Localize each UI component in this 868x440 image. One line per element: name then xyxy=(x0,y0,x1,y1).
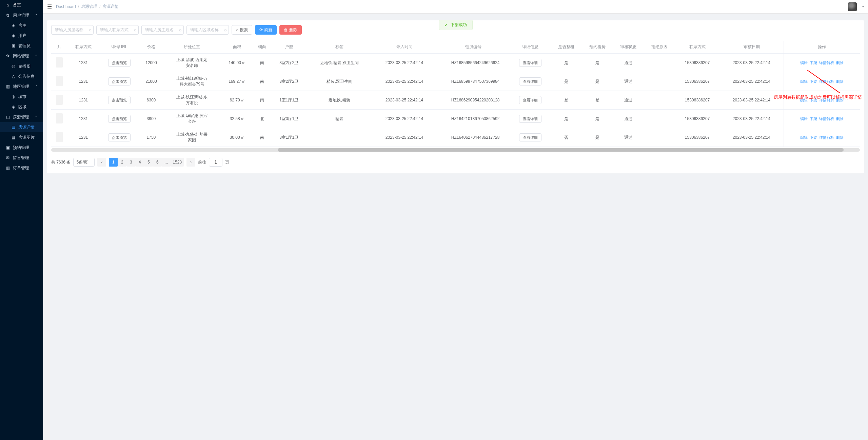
sidebar-subitem[interactable]: ▣管理员 xyxy=(0,41,43,51)
sidebar-subitem[interactable]: ◈区域 xyxy=(0,102,43,112)
table-scroll[interactable]: 片联系方式详情URL价格所处位置面积朝向户型标签录入时间链贝编号详细信息是否整租… xyxy=(51,41,860,152)
offshelf-link[interactable]: 下架 xyxy=(810,135,817,139)
table-cell: 否 xyxy=(551,128,582,147)
edit-link[interactable]: 编辑 xyxy=(800,98,808,102)
table-cell: 南 xyxy=(253,91,271,110)
preview-button[interactable]: 点击预览 xyxy=(108,59,131,67)
search-input-wrap: ⌕ xyxy=(186,25,229,35)
edit-link[interactable]: 编辑 xyxy=(800,117,808,121)
page-number-button[interactable]: ... xyxy=(162,158,171,167)
parse-link[interactable]: 详情解析 xyxy=(819,79,834,83)
table-cell: 3900 xyxy=(139,110,163,128)
card: ⌕ ⌕ ⌕ ⌕ ⌕搜索 ⟳刷新 🗑 xyxy=(47,20,864,173)
chevron-up-icon: ⌃ xyxy=(35,115,38,119)
page-number-button[interactable]: 2 xyxy=(118,158,126,167)
page-number-button[interactable]: 1528 xyxy=(171,158,184,167)
sidebar-item[interactable]: ▥订单管理 xyxy=(0,163,43,173)
detail-button[interactable]: 查看详细 xyxy=(519,115,541,123)
page-number-button[interactable]: 1 xyxy=(109,158,118,167)
sidebar-item[interactable]: ▥地区管理⌃ xyxy=(0,81,43,92)
sidebar-subitem[interactable]: △公告信息 xyxy=(0,71,43,81)
offshelf-link[interactable]: 下架 xyxy=(810,79,817,83)
menu-icon: ▦ xyxy=(11,135,16,140)
offshelf-link[interactable]: 下架 xyxy=(810,98,817,102)
table-cell: 3室2厅2卫 xyxy=(271,54,307,72)
goto-input[interactable] xyxy=(209,158,222,167)
detail-button[interactable]: 查看详细 xyxy=(519,133,541,141)
page-number-button[interactable]: 6 xyxy=(153,158,162,167)
delete-link[interactable]: 删除 xyxy=(836,61,844,65)
table-cell: 2023-03-25 22:42:14 xyxy=(372,54,436,72)
menu-label: 管理员 xyxy=(18,43,31,49)
sidebar-item[interactable]: ✿用户管理⌃ xyxy=(0,10,43,20)
offshelf-link[interactable]: 下架 xyxy=(810,117,817,121)
owner-input[interactable] xyxy=(141,25,184,35)
preview-button[interactable]: 点击预览 xyxy=(108,77,131,85)
menu-icon: ▥ xyxy=(5,166,10,170)
sidebar-subitem[interactable]: ◎轮播图 xyxy=(0,61,43,71)
house-name-input[interactable] xyxy=(51,25,94,35)
table-cell: 140.00㎡ xyxy=(221,54,253,72)
next-page-button[interactable]: › xyxy=(186,158,195,167)
table-cell: 是 xyxy=(582,72,613,91)
preview-button[interactable]: 点击预览 xyxy=(108,96,131,104)
refresh-button[interactable]: ⟳刷新 xyxy=(255,25,277,35)
offshelf-link[interactable]: 下架 xyxy=(810,61,817,65)
avatar[interactable] xyxy=(848,2,857,11)
preview-button[interactable]: 点击预览 xyxy=(108,115,131,123)
breadcrumb-item[interactable]: 房源管理 xyxy=(81,4,97,9)
page-number-button[interactable]: 4 xyxy=(135,158,144,167)
chevron-down-icon[interactable]: ▾ xyxy=(862,5,864,8)
contact-input[interactable] xyxy=(96,25,139,35)
table-cell: 2023-03-25 22:42:14 xyxy=(372,110,436,128)
edit-link[interactable]: 编辑 xyxy=(800,61,808,65)
table-cell: 2023-03-25 22:42:14 xyxy=(719,54,784,72)
delete-link[interactable]: 删除 xyxy=(836,98,844,102)
delete-link[interactable]: 删除 xyxy=(836,117,844,121)
sidebar-item[interactable]: ✉留言管理 xyxy=(0,153,43,163)
search-button[interactable]: ⌕搜索 xyxy=(232,25,252,35)
menu-icon: ▥ xyxy=(5,84,10,89)
sidebar-item[interactable]: ▣预约管理 xyxy=(0,142,43,153)
table-cell: 21000 xyxy=(139,72,163,91)
sidebar-item[interactable]: ⌂首页 xyxy=(0,0,43,10)
toast-text: 下架成功 xyxy=(451,22,467,28)
sidebar-subitem[interactable]: ▤房源详情 xyxy=(0,122,43,132)
delete-link[interactable]: 删除 xyxy=(836,135,844,139)
detail-button[interactable]: 查看详细 xyxy=(519,96,541,104)
parse-link[interactable]: 详情解析 xyxy=(819,98,834,102)
table-row: 1231点击预览6300上城-钱江新城-东方君悦62.70㎡南1室1厅1卫近地铁… xyxy=(51,91,860,110)
delete-link[interactable]: 删除 xyxy=(836,79,844,83)
delete-button[interactable]: 🗑删除 xyxy=(279,25,302,35)
edit-link[interactable]: 编辑 xyxy=(800,79,808,83)
page-number-button[interactable]: 5 xyxy=(144,158,153,167)
parse-link[interactable]: 详情解析 xyxy=(819,117,834,121)
sidebar-subitem[interactable]: ◈用户 xyxy=(0,31,43,41)
area-input[interactable] xyxy=(186,25,229,35)
menu-icon: ✉ xyxy=(5,155,10,160)
table-cell: 编辑下架详情解析删除 xyxy=(784,91,860,110)
sidebar-item[interactable]: ▢房源管理⌃ xyxy=(0,112,43,122)
parse-link[interactable]: 详情解析 xyxy=(819,61,834,65)
page-size-select[interactable]: 5条/页 xyxy=(73,158,95,167)
table-row: 1231点击预览3900上城-华家池-茂宸金座32.58㎡北1室0厅1卫精装20… xyxy=(51,110,860,128)
thumbnail xyxy=(56,76,63,86)
horizontal-scrollbar[interactable] xyxy=(51,148,860,152)
sidebar-subitem[interactable]: ◎城市 xyxy=(0,92,43,102)
breadcrumb-separator: / xyxy=(99,4,100,9)
detail-button[interactable]: 查看详细 xyxy=(519,59,541,67)
breadcrumb-item[interactable]: Dashboard xyxy=(56,4,76,9)
sidebar-subitem[interactable]: ▦房源图片 xyxy=(0,132,43,142)
sidebar-item[interactable]: ✿网站管理⌃ xyxy=(0,51,43,61)
preview-button[interactable]: 点击预览 xyxy=(108,133,131,141)
parse-link[interactable]: 详情解析 xyxy=(819,135,834,139)
hamburger-icon[interactable]: ☰ xyxy=(47,3,52,10)
detail-button[interactable]: 查看详细 xyxy=(519,77,541,85)
prev-page-button[interactable]: ‹ xyxy=(97,158,106,167)
page-number-button[interactable]: 3 xyxy=(126,158,135,167)
table-header: 详情URL xyxy=(99,41,139,54)
table-cell: 3室2厅2卫 xyxy=(271,72,307,91)
edit-link[interactable]: 编辑 xyxy=(800,135,808,139)
table-cell: 查看详细 xyxy=(510,72,550,91)
sidebar-subitem[interactable]: ◈房主 xyxy=(0,20,43,31)
